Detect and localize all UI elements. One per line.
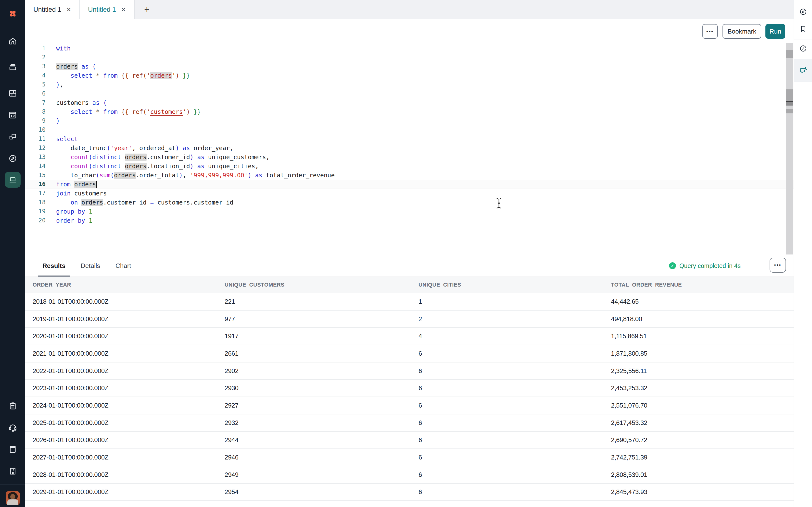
editor-line[interactable]: 15 to_char(sum(orders.order_total), '999… <box>25 171 794 180</box>
table-cell[interactable]: 2,808,539.01 <box>604 471 794 478</box>
column-header-order-year[interactable]: ORDER_YEAR <box>25 282 217 288</box>
panel-item-explore[interactable] <box>794 4 812 19</box>
table-cell[interactable]: 2,551,076.70 <box>604 402 794 409</box>
table-cell[interactable]: 44,442.65 <box>604 298 794 305</box>
sidebar-item-code[interactable] <box>0 107 25 124</box>
table-cell[interactable]: 221 <box>217 298 411 305</box>
table-cell[interactable]: 1,871,800.85 <box>604 350 794 357</box>
sidebar-item-explore[interactable] <box>0 150 25 167</box>
new-tab-button[interactable]: + <box>140 0 154 19</box>
table-cell[interactable]: 6 <box>411 488 604 496</box>
panel-item-history[interactable] <box>794 41 812 56</box>
table-cell[interactable]: 6 <box>411 402 604 409</box>
table-row[interactable]: 2018-01-01T00:00:00.000Z221144,442.65 <box>25 293 794 311</box>
table-cell[interactable]: 2030-01-01T00:00:00.000Z <box>25 506 217 507</box>
more-options-button[interactable]: ••• <box>702 24 718 39</box>
table-cell[interactable]: 1 <box>411 298 604 305</box>
table-cell[interactable]: 2932 <box>217 419 411 427</box>
table-cell[interactable]: 1,115,869.51 <box>604 332 794 340</box>
editor-line[interactable]: 5), <box>25 80 794 89</box>
table-cell[interactable]: 6 <box>411 350 604 357</box>
tab-untitled-2[interactable]: Untitled 1 ✕ <box>80 0 135 19</box>
table-row[interactable]: 2027-01-01T00:00:00.000Z294662,742,751.3… <box>25 449 794 466</box>
editor-line[interactable]: 1with <box>25 44 794 53</box>
editor-line[interactable]: 3orders as ( <box>25 62 794 71</box>
panel-item-ai-chat[interactable] <box>794 63 812 78</box>
table-cell[interactable]: 2022-01-01T00:00:00.000Z <box>25 367 217 375</box>
table-cell[interactable]: 2661 <box>217 350 411 357</box>
column-header-unique-cities[interactable]: UNIQUE_CITIES <box>411 282 604 288</box>
table-row[interactable]: 2030-01-01T00:00:00.000Z287961,841,049.3… <box>25 501 794 507</box>
table-cell[interactable]: 2024-01-01T00:00:00.000Z <box>25 402 217 409</box>
table-cell[interactable]: 2028-01-01T00:00:00.000Z <box>25 471 217 478</box>
editor-line[interactable]: 14 count(distinct orders.location_id) as… <box>25 162 794 171</box>
table-cell[interactable]: 6 <box>411 384 604 392</box>
table-row[interactable]: 2022-01-01T00:00:00.000Z290262,325,556.1… <box>25 362 794 380</box>
editor-line[interactable]: 10 <box>25 125 794 134</box>
tab-chart[interactable]: Chart <box>114 255 132 277</box>
table-cell[interactable]: 2954 <box>217 488 411 496</box>
table-cell[interactable]: 2020-01-01T00:00:00.000Z <box>25 332 217 340</box>
editor-line[interactable]: 4 select * from {{ ref('orders') }} <box>25 71 794 80</box>
sidebar-item-projects[interactable] <box>0 58 25 75</box>
table-cell[interactable]: 2944 <box>217 436 411 444</box>
table-cell[interactable]: 2930 <box>217 384 411 392</box>
table-cell[interactable]: 2018-01-01T00:00:00.000Z <box>25 298 217 305</box>
table-cell[interactable]: 2879 <box>217 506 411 507</box>
table-row[interactable]: 2025-01-01T00:00:00.000Z293262,617,453.3… <box>25 414 794 432</box>
editor-line[interactable]: 12 date_trunc('year', ordered_at) as ord… <box>25 144 794 153</box>
editor-line[interactable]: 18 on orders.customer_id = customers.cus… <box>25 198 794 207</box>
run-button[interactable]: Run <box>765 24 785 39</box>
table-cell[interactable]: 2927 <box>217 402 411 409</box>
table-cell[interactable]: 2 <box>411 315 604 323</box>
table-cell[interactable]: 1917 <box>217 332 411 340</box>
table-row[interactable]: 2021-01-01T00:00:00.000Z266161,871,800.8… <box>25 345 794 362</box>
editor-line[interactable]: 6 <box>25 89 794 98</box>
editor-line[interactable]: 11select <box>25 134 794 144</box>
table-cell[interactable]: 2023-01-01T00:00:00.000Z <box>25 384 217 392</box>
table-cell[interactable]: 2027-01-01T00:00:00.000Z <box>25 454 217 461</box>
results-more-button[interactable]: ••• <box>770 258 786 273</box>
column-header-unique-customers[interactable]: UNIQUE_CUSTOMERS <box>217 282 411 288</box>
table-cell[interactable]: 2902 <box>217 367 411 375</box>
sidebar-item-home[interactable] <box>0 33 25 50</box>
tab-untitled-1[interactable]: Untitled 1 ✕ <box>25 0 80 19</box>
editor-line[interactable]: 7customers as ( <box>25 98 794 107</box>
sidebar-item-docs[interactable] <box>0 441 25 458</box>
app-logo[interactable] <box>0 5 25 23</box>
table-row[interactable]: 2020-01-01T00:00:00.000Z191741,115,869.5… <box>25 328 794 345</box>
editor-line[interactable]: 16from orders <box>25 180 794 189</box>
panel-item-bookmarks[interactable] <box>794 21 812 36</box>
user-avatar[interactable] <box>6 491 20 505</box>
sidebar-item-dashboards[interactable] <box>0 85 25 102</box>
table-cell[interactable]: 2949 <box>217 471 411 478</box>
sidebar-item-clipboard[interactable] <box>0 397 25 415</box>
tab-details[interactable]: Details <box>80 255 101 277</box>
table-row[interactable]: 2026-01-01T00:00:00.000Z294462,690,570.7… <box>25 432 794 449</box>
table-cell[interactable]: 2026-01-01T00:00:00.000Z <box>25 436 217 444</box>
sql-editor[interactable]: 1with23orders as (4 select * from {{ ref… <box>25 43 794 255</box>
sidebar-item-apps[interactable] <box>0 128 25 146</box>
tab-results[interactable]: Results <box>41 255 66 277</box>
table-cell[interactable]: 6 <box>411 471 604 478</box>
editor-line[interactable]: 8 select * from {{ ref('customers') }} <box>25 107 794 116</box>
table-cell[interactable]: 2025-01-01T00:00:00.000Z <box>25 419 217 427</box>
editor-line[interactable]: 20order by 1 <box>25 216 794 225</box>
table-row[interactable]: 2023-01-01T00:00:00.000Z293062,453,253.3… <box>25 380 794 397</box>
editor-line[interactable]: 17join customers <box>25 189 794 198</box>
sidebar-item-support[interactable] <box>0 419 25 436</box>
table-cell[interactable]: 4 <box>411 332 604 340</box>
table-row[interactable]: 2029-01-01T00:00:00.000Z295462,845,473.9… <box>25 484 794 501</box>
table-cell[interactable]: 6 <box>411 419 604 427</box>
table-cell[interactable]: 6 <box>411 367 604 375</box>
sidebar-item-organization[interactable] <box>0 463 25 480</box>
editor-line[interactable]: 19group by 1 <box>25 207 794 216</box>
editor-line[interactable]: 13 count(distinct orders.customer_id) as… <box>25 153 794 162</box>
table-cell[interactable]: 977 <box>217 315 411 323</box>
bookmark-button[interactable]: Bookmark <box>722 24 761 39</box>
column-header-total-order-revenue[interactable]: TOTAL_ORDER_REVENUE <box>604 282 794 288</box>
table-cell[interactable]: 2021-01-01T00:00:00.000Z <box>25 350 217 357</box>
table-cell[interactable]: 494,818.00 <box>604 315 794 323</box>
table-cell[interactable]: 2,617,453.32 <box>604 419 794 427</box>
table-cell[interactable]: 2029-01-01T00:00:00.000Z <box>25 488 217 496</box>
